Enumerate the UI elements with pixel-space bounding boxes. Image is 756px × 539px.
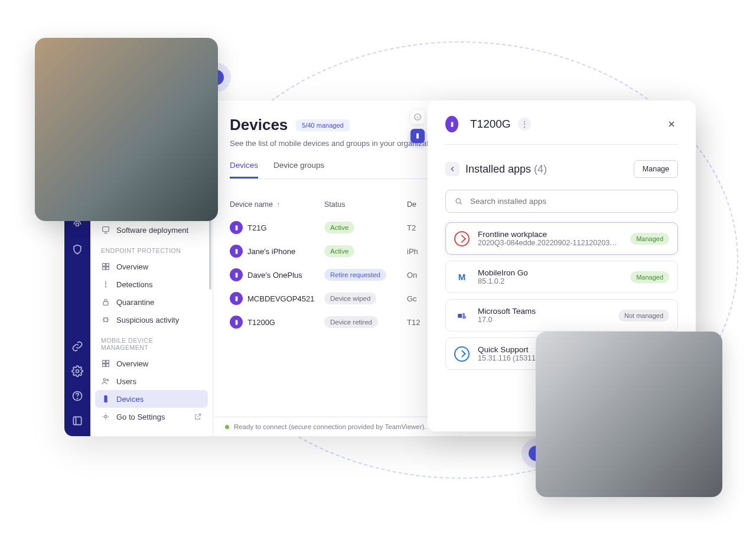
info-chip[interactable] [410, 110, 425, 124]
svg-rect-5 [103, 227, 109, 232]
phone-icon [445, 116, 458, 132]
svg-point-31 [462, 313, 465, 316]
svg-rect-6 [103, 264, 106, 267]
sidebar-item-label: Users [116, 377, 136, 386]
app-name: MobileIron Go [478, 268, 622, 277]
column-header-name[interactable]: Device name ↑ [230, 200, 324, 209]
settings-icon [101, 412, 110, 421]
svg-rect-4 [73, 417, 81, 424]
rail-settings-icon[interactable] [71, 365, 83, 377]
sidebar-item-ep-overview[interactable]: Overview [95, 258, 208, 275]
svg-rect-11 [103, 301, 108, 305]
app-name: Frontline workplace [478, 230, 622, 239]
svg-point-1 [76, 370, 79, 373]
app-card[interactable]: Frontline workplace2020Q3-084edde.202209… [445, 222, 678, 255]
sidebar-item-label: Software deployment [116, 226, 188, 235]
svg-point-12 [104, 318, 108, 322]
app-version: 17.0 [478, 316, 610, 324]
svg-point-17 [103, 378, 106, 381]
panel-device-name: T1200G [470, 118, 511, 131]
svg-rect-32 [462, 316, 466, 319]
svg-rect-14 [106, 361, 109, 363]
sidebar-item-label: Overview [116, 359, 148, 368]
more-menu-button[interactable]: ⋮ [518, 118, 531, 131]
bug-icon [101, 315, 110, 324]
svg-point-0 [76, 223, 79, 226]
back-button[interactable] [445, 162, 460, 176]
sidebar-item-mdm-overview[interactable]: Overview [95, 355, 208, 372]
svg-rect-22 [235, 249, 237, 254]
hero-photo-bottom [536, 332, 722, 497]
sidebar-item-label: Overview [116, 262, 148, 271]
app-state-badge: Not managed [618, 310, 669, 322]
sidebar-item-users[interactable]: Users [95, 372, 208, 390]
app-icon [454, 308, 470, 323]
svg-rect-13 [103, 361, 106, 363]
sidebar-item-devices[interactable]: Devices [95, 390, 208, 408]
app-card[interactable]: MMobileIron Go85.1.0.2Managed [445, 261, 678, 293]
sidebar-item-label: Suspicious activity [116, 316, 179, 324]
phone-icon [230, 245, 243, 258]
sort-asc-icon: ↑ [276, 200, 280, 209]
app-card[interactable]: Microsoft Teams17.0Not managed [445, 299, 678, 332]
status-badge: Device retired [324, 316, 378, 328]
app-state-badge: Managed [630, 271, 669, 283]
managed-count-badge: 5/40 managed [296, 119, 349, 131]
svg-rect-27 [416, 134, 419, 139]
panel-section-title: Installed apps (4) [465, 163, 547, 176]
sidebar-item-label: Detections [116, 280, 152, 289]
app-icon: M [454, 270, 470, 285]
side-chip-column [410, 110, 425, 143]
app-icon [454, 346, 470, 362]
phone-icon [230, 221, 243, 234]
sidebar-item-label: Quarantine [116, 298, 154, 307]
status-text: Ready to connect (secure connection prov… [234, 423, 426, 430]
alert-icon [101, 280, 110, 289]
sidebar-item-label: Devices [116, 395, 144, 404]
sidebar-item-suspicious[interactable]: Suspicious activity [95, 311, 208, 329]
status-badge: Active [324, 222, 354, 233]
svg-rect-23 [235, 272, 237, 277]
svg-rect-16 [106, 364, 109, 367]
sidebar-item-detections[interactable]: Detections [95, 275, 208, 293]
close-button[interactable] [665, 118, 678, 131]
phone-icon [230, 268, 243, 281]
svg-rect-8 [103, 267, 106, 270]
lock-icon [101, 297, 110, 307]
device-name: T1200G [247, 318, 275, 327]
tab-device-groups[interactable]: Device groups [273, 161, 324, 178]
svg-rect-19 [104, 395, 107, 402]
status-badge: Device wiped [324, 293, 376, 304]
external-icon [194, 413, 202, 421]
rail-link-icon[interactable] [71, 340, 83, 352]
sidebar-item-quarantine[interactable]: Quarantine [95, 293, 208, 311]
sidebar-item-go-to-settings[interactable]: Go to Settings [95, 408, 208, 426]
svg-point-20 [105, 415, 107, 418]
svg-rect-30 [458, 314, 462, 318]
grid-icon [101, 262, 110, 271]
phone-icon [230, 316, 243, 329]
manage-button[interactable]: Manage [634, 160, 678, 178]
rail-expand-icon[interactable] [71, 415, 83, 427]
column-header-status[interactable]: Status [324, 200, 407, 209]
tab-devices[interactable]: Devices [230, 161, 258, 178]
sidebar-scrollbar[interactable] [209, 219, 211, 290]
deploy-icon [101, 225, 110, 235]
phone-icon [101, 394, 110, 404]
svg-point-18 [107, 379, 109, 381]
app-state-badge: Managed [630, 233, 669, 245]
sidebar-item-software-deployment[interactable]: Software deployment [95, 221, 208, 239]
device-chip[interactable] [410, 129, 425, 143]
search-input[interactable] [469, 196, 669, 206]
rail-shield-icon[interactable] [71, 243, 83, 255]
rail-help-icon[interactable] [71, 390, 83, 402]
search-input-wrapper[interactable] [445, 190, 678, 213]
app-icon [454, 231, 470, 246]
search-icon [454, 197, 463, 206]
app-version: 2020Q3-084edde.20220902-112120203UAAI… [478, 239, 622, 247]
device-name: Dave's OnePlus [247, 271, 302, 280]
svg-point-29 [456, 199, 461, 203]
grid-icon [101, 359, 110, 368]
svg-rect-28 [451, 122, 453, 126]
device-name: MCBDEVGOP4521 [247, 294, 314, 303]
